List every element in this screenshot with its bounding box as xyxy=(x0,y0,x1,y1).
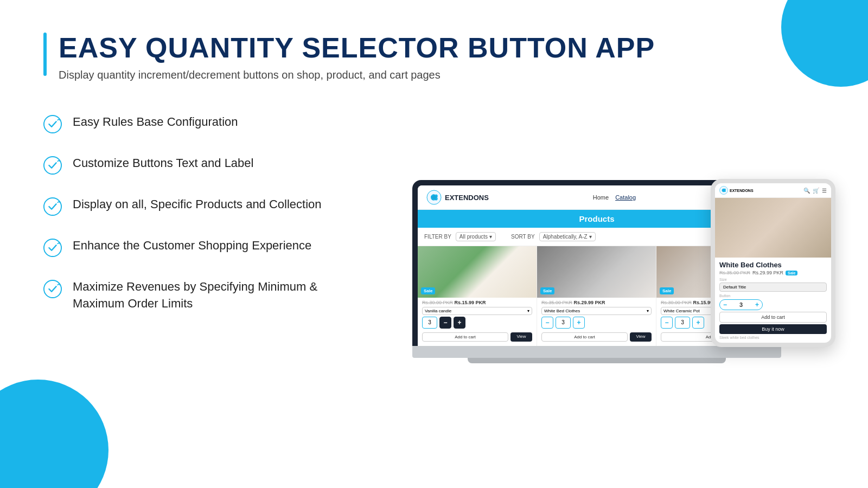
shop-logo: EXTENDONS xyxy=(426,190,489,205)
phone-logo-text: EXTENDONS xyxy=(730,189,754,192)
feature-text-5: Maximize Revenues by Specifying Minimum … xyxy=(73,279,347,312)
variant-text-3: White Ceramic Pot xyxy=(663,309,700,313)
phone-qty-increment[interactable]: + xyxy=(755,301,759,309)
phone-old-price: Rs.35.00 PKR xyxy=(719,270,750,275)
qty-increment-1[interactable]: + xyxy=(454,317,465,329)
shop-page-title: Products xyxy=(579,214,614,223)
phone-size-label: Size xyxy=(719,278,827,281)
laptop-base xyxy=(412,346,781,358)
add-to-cart-btn-1[interactable]: Add to cart xyxy=(422,332,508,342)
product-price-2: Rs.35.00 PKR Rs.29.99 PKR xyxy=(541,300,652,305)
svg-point-3 xyxy=(44,239,61,256)
check-icon-4 xyxy=(43,239,63,258)
feature-item-1: Easy Rules Base Configuration xyxy=(43,114,347,134)
qty-increment-3[interactable]: + xyxy=(692,317,704,329)
filter-chevron-icon: ▾ xyxy=(489,234,492,240)
phone-logo: EXTENDONS xyxy=(719,186,754,195)
extendons-logo-icon xyxy=(426,190,442,205)
page-subtitle: Display quantity increment/decrement but… xyxy=(59,69,655,81)
svg-point-1 xyxy=(44,157,61,174)
features-list: Easy Rules Base Configuration Customize … xyxy=(43,103,347,333)
phone-product-desc: Sleek white bed clothes xyxy=(719,336,827,339)
product-actions-1: Add to cart View xyxy=(418,332,537,342)
nav-link-home[interactable]: Home xyxy=(593,194,609,201)
view-btn-2[interactable]: View xyxy=(630,332,652,342)
qty-decrement-1[interactable]: − xyxy=(439,317,451,329)
phone-product-image xyxy=(715,198,831,258)
check-icon-2 xyxy=(43,156,63,176)
product-variant-2[interactable]: White Bed Clothes ▾ xyxy=(541,307,652,315)
phone-add-to-cart-btn[interactable]: Add to cart xyxy=(719,312,827,323)
page-title: EASY QUANTITY SELECTOR BUTTON APP xyxy=(59,33,655,63)
feature-text-3: Display on all, Specific Products and Co… xyxy=(73,196,322,213)
nav-link-catalog[interactable]: Catalog xyxy=(615,194,636,201)
product-image-2: Sale xyxy=(537,246,656,298)
phone-nav: EXTENDONS 🔍 🛒 ☰ xyxy=(715,183,831,198)
feature-text-2: Customize Buttons Text and Label xyxy=(73,155,253,172)
mockup-area: EXTENDONS Home Catalog 🔍 🛒 xyxy=(369,103,825,363)
filter-dropdown[interactable]: All products ▾ xyxy=(456,232,496,241)
sort-dropdown[interactable]: Alphabetically, A-Z ▾ xyxy=(539,232,596,241)
phone-search-icon[interactable]: 🔍 xyxy=(803,188,810,194)
qty-value-1[interactable]: 3 xyxy=(422,317,437,329)
phone-qty-decrement[interactable]: − xyxy=(723,301,727,309)
main-content: Easy Rules Base Configuration Customize … xyxy=(43,103,825,466)
qty-row-2: − 3 + xyxy=(541,317,652,329)
shop-logo-text: EXTENDONS xyxy=(445,194,489,202)
qty-decrement-2[interactable]: − xyxy=(541,317,553,329)
phone-logo-icon xyxy=(719,186,728,195)
phone-button-label: Button xyxy=(719,294,827,298)
view-btn-1[interactable]: View xyxy=(510,332,532,342)
product-info-1: Rs.30.00 PKR Rs.15.99 PKR Vanilla candle… xyxy=(418,298,537,332)
phone-sale-tag: Sale xyxy=(786,271,797,275)
filter-value: All products xyxy=(459,234,488,240)
sort-label: SORT BY xyxy=(511,234,535,240)
phone-menu-icon[interactable]: ☰ xyxy=(822,188,827,194)
add-to-cart-btn-2[interactable]: Add to cart xyxy=(541,332,628,342)
header-text-block: EASY QUANTITY SELECTOR BUTTON APP Displa… xyxy=(59,33,655,81)
phone-buy-now-btn[interactable]: Buy it now xyxy=(719,324,827,334)
product-card-2: Sale Rs.35.00 PKR Rs.29.99 PKR Wh xyxy=(537,246,656,346)
phone-mockup: EXTENDONS 🔍 🛒 ☰ White Bed Clothes Rs.35.… xyxy=(711,179,835,347)
variant-chevron-icon-1: ▾ xyxy=(527,309,529,313)
phone-product-title: White Bed Clothes xyxy=(719,261,827,269)
sort-chevron-icon: ▾ xyxy=(589,234,592,240)
feature-item-4: Enhance the Customer Shopping Experience xyxy=(43,237,347,258)
phone-qty-value: 3 xyxy=(739,301,743,308)
product-actions-2: Add to cart View xyxy=(537,332,656,342)
sort-value: Alphabetically, A-Z xyxy=(543,234,588,240)
phone-qty-row: − 3 + xyxy=(719,299,763,310)
phone-size-select[interactable]: Default Title xyxy=(719,282,827,292)
phone-product-price: Rs.35.00 PKR Rs.29.99 PKR Sale xyxy=(719,270,827,275)
phone-cart-icon[interactable]: 🛒 xyxy=(813,188,819,194)
old-price-1: Rs.30.00 PKR xyxy=(422,300,453,305)
product-price-1: Rs.30.00 PKR Rs.15.99 PKR xyxy=(422,300,532,305)
feature-item-2: Customize Buttons Text and Label xyxy=(43,155,347,176)
new-price-3: Rs.15.99 xyxy=(693,300,713,305)
variant-chevron-icon-2: ▾ xyxy=(647,309,649,313)
check-icon-1 xyxy=(43,115,63,134)
phone-nav-icons: 🔍 🛒 ☰ xyxy=(803,188,827,194)
feature-text-4: Enhance the Customer Shopping Experience xyxy=(73,237,311,254)
svg-point-2 xyxy=(44,198,61,215)
variant-text-1: Vanilla candle xyxy=(425,309,451,313)
filter-label: FILTER BY xyxy=(424,234,451,240)
new-price-1: Rs.15.99 PKR xyxy=(455,300,486,305)
header-accent-bar xyxy=(43,33,47,76)
feature-item-5: Maximize Revenues by Specifying Minimum … xyxy=(43,279,347,312)
product-info-2: Rs.35.00 PKR Rs.29.99 PKR White Bed Clot… xyxy=(537,298,656,332)
shop-nav-links: Home Catalog xyxy=(593,194,636,201)
product-variant-1[interactable]: Vanilla candle ▾ xyxy=(422,307,532,315)
check-icon-3 xyxy=(43,197,63,217)
qty-decrement-3[interactable]: − xyxy=(661,317,673,329)
phone-new-price: Rs.29.99 PKR xyxy=(752,270,783,275)
qty-row-1: 3 − + xyxy=(422,317,532,329)
sale-badge-2: Sale xyxy=(540,287,554,294)
qty-increment-2[interactable]: + xyxy=(573,317,585,329)
svg-point-0 xyxy=(44,115,61,133)
old-price-2: Rs.35.00 PKR xyxy=(541,300,572,305)
qty-value-2[interactable]: 3 xyxy=(556,317,571,329)
qty-value-3[interactable]: 3 xyxy=(675,317,690,329)
new-price-2: Rs.29.99 PKR xyxy=(574,300,605,305)
feature-item-3: Display on all, Specific Products and Co… xyxy=(43,196,347,217)
